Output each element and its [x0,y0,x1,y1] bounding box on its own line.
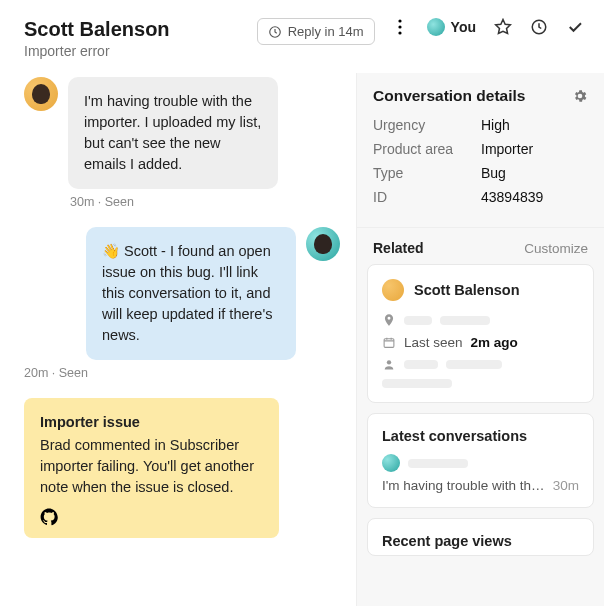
last-seen-label: Last seen [404,335,463,350]
gear-icon[interactable] [572,88,588,104]
agent-message: 👋 Scott - I found an open issue on this … [86,227,296,360]
type-label: Type [373,165,481,181]
latest-heading: Latest conversations [382,428,579,444]
reply-timer-button[interactable]: Reply in 14m [257,18,375,45]
clock-icon [530,18,548,36]
details-heading: Conversation details [373,87,525,105]
assignee-pill[interactable]: You [427,18,476,36]
clock-icon [268,25,282,39]
id-value: 43894839 [481,189,543,205]
agent-avatar [382,454,400,472]
internal-note: Importer issue Brad commented in Subscri… [24,398,279,538]
recent-pages-card: Recent page views [367,518,594,556]
user-icon [382,358,396,371]
svg-point-6 [387,360,391,364]
assignee-avatar [427,18,445,36]
svg-point-2 [398,25,401,28]
latest-conversations-card: Latest conversations I'm having trouble … [367,413,594,508]
star-button[interactable] [494,18,512,36]
related-heading: Related [373,240,424,256]
calendar-icon [382,336,396,349]
conversation-time: 30m [553,478,579,493]
assignee-label: You [451,19,476,35]
customer-avatar [24,77,58,111]
dots-vertical-icon [398,19,402,35]
location-icon [382,313,396,327]
contact-name: Scott Balenson [414,282,520,298]
github-icon[interactable] [40,508,58,526]
contact-title: Scott Balenson [24,18,247,41]
urgency-value[interactable]: High [481,117,510,133]
customer-message: I'm having trouble with the importer. I … [68,77,278,189]
note-title: Importer issue [40,412,263,433]
svg-point-3 [398,31,401,34]
id-label: ID [373,189,481,205]
last-seen-value: 2m ago [471,335,518,350]
type-value[interactable]: Bug [481,165,506,181]
conversation-subject: Importer error [24,43,247,59]
conversation-row[interactable]: I'm having trouble with the... 30m [382,478,579,493]
contact-card[interactable]: Scott Balenson Last seen 2m ago [367,264,594,403]
contact-avatar [382,279,404,301]
close-conversation-button[interactable] [566,18,584,36]
more-menu-button[interactable] [391,18,409,36]
conversation-row[interactable] [382,454,579,472]
conversation-preview: I'm having trouble with the... [382,478,545,493]
check-icon [566,18,584,36]
agent-avatar [306,227,340,261]
urgency-label: Urgency [373,117,481,133]
product-area-label: Product area [373,141,481,157]
customize-button[interactable]: Customize [524,241,588,256]
message-meta: 20m · Seen [24,366,340,380]
note-body: Brad commented in Subscriber importer fa… [40,435,263,498]
svg-rect-5 [384,339,394,348]
recent-heading: Recent page views [382,533,579,549]
sidebar: Conversation details UrgencyHigh Product… [356,73,604,606]
conversation-thread: I'm having trouble with the importer. I … [0,73,356,606]
snooze-button[interactable] [530,18,548,36]
message-meta: 30m · Seen [70,195,340,209]
reply-timer-label: Reply in 14m [288,24,364,39]
header: Scott Balenson Importer error Reply in 1… [0,0,604,73]
star-icon [494,18,512,36]
svg-point-1 [398,19,401,22]
product-area-value[interactable]: Importer [481,141,533,157]
